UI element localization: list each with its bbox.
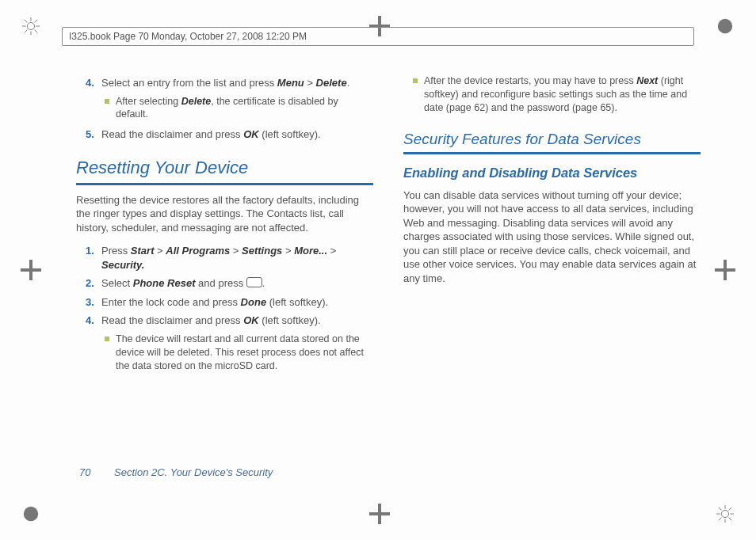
note-text: After the device restarts, you may have …: [424, 74, 701, 115]
svg-marker-21: [715, 260, 735, 280]
heading-rule: [76, 183, 373, 185]
paragraph: Resetting the device restores all the fa…: [76, 193, 373, 235]
step-text: Read the disclaimer and press OK (left s…: [101, 314, 373, 328]
note-item: The device will restart and all current …: [105, 333, 373, 373]
crop-mark-icon: [22, 17, 40, 35]
step-text: Select Phone Reset and press .: [101, 276, 373, 291]
left-column: 4. Select an entry from the list and pre…: [76, 71, 373, 485]
list-item: 3. Enter the lock code and press Done (l…: [86, 295, 373, 310]
list-item: 2. Select Phone Reset and press .: [86, 276, 373, 291]
crop-cross-icon: [715, 260, 735, 280]
crop-mark-icon: [716, 17, 734, 35]
crop-cross-icon: [369, 504, 390, 524]
note-text: After selecting Delete, the certificate …: [116, 95, 373, 122]
svg-line-5: [25, 20, 28, 23]
svg-point-0: [27, 22, 34, 29]
step-number: 3.: [86, 295, 101, 310]
bullet-icon: [105, 337, 109, 341]
section-label: Section 2C. Your Device's Security: [114, 466, 273, 478]
svg-line-16: [719, 508, 722, 511]
note-item: After selecting Delete, the certificate …: [105, 95, 373, 122]
step-text: Read the disclaimer and press OK (left s…: [101, 127, 373, 142]
list-item: 4. Read the disclaimer and press OK (lef…: [86, 314, 373, 328]
header-meta-text: I325.book Page 70 Monday, October 27, 20…: [69, 31, 307, 42]
paragraph: You can disable data services without tu…: [403, 188, 701, 286]
step-number: 5.: [86, 127, 101, 142]
svg-marker-20: [21, 260, 41, 280]
step-text: Press Start > All Programs > Settings > …: [101, 244, 373, 272]
svg-line-19: [719, 518, 722, 521]
list-item: 1. Press Start > All Programs > Settings…: [86, 244, 373, 272]
section-heading: Resetting Your Device: [76, 156, 373, 180]
list-item: 4. Select an entry from the list and pre…: [86, 76, 373, 90]
bullet-icon: [105, 99, 109, 104]
svg-line-17: [729, 518, 732, 521]
step-text: Enter the lock code and press Done (left…: [101, 295, 373, 310]
page-footer: 70 Section 2C. Your Device's Security: [79, 466, 273, 478]
right-column: After the device restarts, you may have …: [403, 71, 701, 485]
svg-marker-23: [369, 504, 390, 524]
page-number: 70: [79, 466, 90, 478]
note-text: The device will restart and all current …: [116, 333, 373, 373]
svg-line-6: [35, 30, 38, 33]
svg-line-8: [25, 30, 28, 33]
page-content: 4. Select an entry from the list and pre…: [76, 71, 701, 485]
step-number: 4.: [86, 76, 101, 90]
list-item: 5. Read the disclaimer and press OK (lef…: [86, 127, 373, 142]
crop-mark-icon: [22, 505, 40, 523]
svg-point-11: [721, 510, 728, 517]
svg-point-10: [24, 507, 38, 521]
crop-cross-icon: [21, 260, 41, 280]
svg-line-7: [35, 20, 38, 23]
step-text: Select an entry from the list and press …: [101, 76, 373, 90]
step-number: 1.: [86, 244, 101, 272]
crop-mark-icon: [716, 505, 734, 523]
note-item: After the device restarts, you may have …: [413, 74, 701, 115]
svg-point-9: [718, 19, 732, 33]
svg-line-18: [729, 508, 732, 511]
bullet-icon: [413, 78, 418, 83]
ok-key-icon: [246, 277, 262, 287]
subsection-heading: Enabling and Disabling Data Services: [403, 164, 701, 181]
heading-rule: [403, 152, 701, 154]
step-number: 4.: [86, 314, 101, 328]
step-number: 2.: [86, 276, 101, 291]
page-header-meta: I325.book Page 70 Monday, October 27, 20…: [62, 27, 694, 46]
section-heading: Security Features for Data Services: [403, 129, 701, 150]
